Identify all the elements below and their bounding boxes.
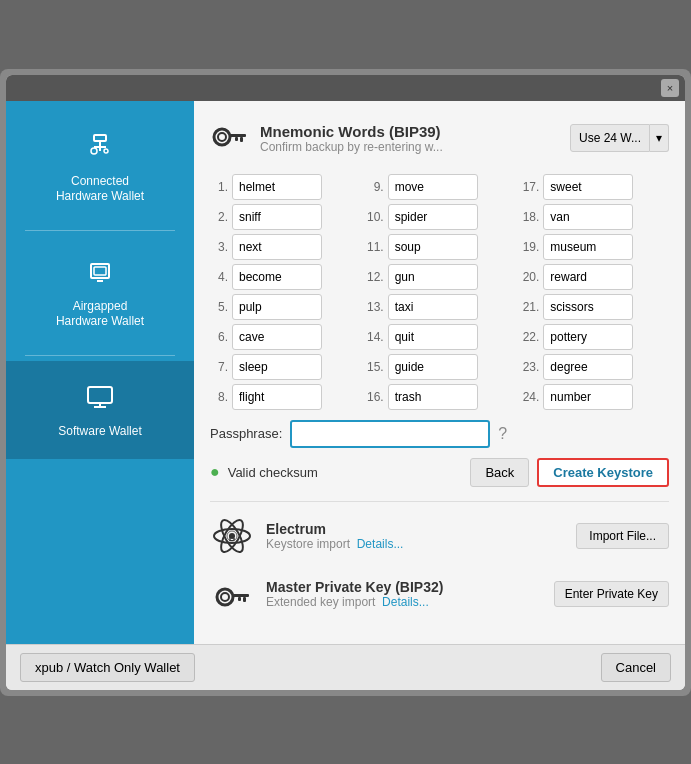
word-input-22[interactable] xyxy=(543,324,633,350)
word-input-2[interactable] xyxy=(232,204,322,230)
word-input-14[interactable] xyxy=(388,324,478,350)
word-number: 21. xyxy=(521,300,539,314)
word-input-15[interactable] xyxy=(388,354,478,380)
action-buttons: Back Create Keystore xyxy=(470,458,669,487)
modal-header: × xyxy=(6,75,685,101)
cancel-button[interactable]: Cancel xyxy=(601,653,671,682)
word-input-20[interactable] xyxy=(543,264,633,290)
airgap-icon xyxy=(84,256,116,293)
word-row: 2. xyxy=(210,204,358,230)
word-input-5[interactable] xyxy=(232,294,322,320)
use-24w-dropdown-button[interactable]: ▾ xyxy=(650,124,669,152)
word-row: 18. xyxy=(521,204,669,230)
checksum-text: Valid checksum xyxy=(228,465,318,480)
word-input-10[interactable] xyxy=(388,204,478,230)
word-row: 22. xyxy=(521,324,669,350)
word-row: 23. xyxy=(521,354,669,380)
electrum-item: B Electrum Keystore import Details... Im… xyxy=(210,514,669,558)
word-input-4[interactable] xyxy=(232,264,322,290)
word-input-23[interactable] xyxy=(543,354,633,380)
word-number: 18. xyxy=(521,210,539,224)
import-file-button[interactable]: Import File... xyxy=(576,523,669,549)
master-key-details-link[interactable]: Details... xyxy=(382,595,429,609)
xpub-button[interactable]: xpub / Watch Only Wallet xyxy=(20,653,195,682)
sidebar-item-airgapped[interactable]: AirgappedHardware Wallet xyxy=(6,236,194,350)
word-row: 21. xyxy=(521,294,669,320)
word-input-9[interactable] xyxy=(388,174,478,200)
word-number: 11. xyxy=(366,240,384,254)
svg-rect-7 xyxy=(97,280,103,282)
word-input-11[interactable] xyxy=(388,234,478,260)
electrum-section: B Electrum Keystore import Details... Im… xyxy=(210,501,669,616)
electrum-title: Electrum xyxy=(266,521,564,537)
mnemonic-title: Mnemonic Words (BIP39) xyxy=(260,123,443,140)
word-row: 11. xyxy=(366,234,514,260)
mnemonic-key-icon xyxy=(210,115,248,162)
close-button[interactable]: × xyxy=(661,79,679,97)
word-row: 9. xyxy=(366,174,514,200)
word-number: 6. xyxy=(210,330,228,344)
modal-footer: xpub / Watch Only Wallet Cancel xyxy=(6,644,685,690)
word-row: 15. xyxy=(366,354,514,380)
enter-private-key-button[interactable]: Enter Private Key xyxy=(554,581,669,607)
word-number: 16. xyxy=(366,390,384,404)
passphrase-row: Passphrase: ? xyxy=(210,420,669,448)
help-icon[interactable]: ? xyxy=(498,425,507,443)
svg-rect-13 xyxy=(230,134,246,137)
master-key-icon xyxy=(210,572,254,616)
word-input-6[interactable] xyxy=(232,324,322,350)
modal-body: ConnectedHardware Wallet AirgappedHardwa… xyxy=(6,101,685,644)
sidebar-divider-2 xyxy=(25,355,175,356)
word-input-8[interactable] xyxy=(232,384,322,410)
airgapped-wallet-label: AirgappedHardware Wallet xyxy=(56,299,144,330)
svg-rect-26 xyxy=(238,597,241,601)
word-row: 14. xyxy=(366,324,514,350)
sidebar-item-software[interactable]: Software Wallet xyxy=(6,361,194,460)
passphrase-input[interactable] xyxy=(290,420,490,448)
word-number: 4. xyxy=(210,270,228,284)
create-keystore-button[interactable]: Create Keystore xyxy=(537,458,669,487)
word-number: 9. xyxy=(366,180,384,194)
svg-rect-25 xyxy=(243,597,246,602)
passphrase-label: Passphrase: xyxy=(210,426,282,441)
word-input-16[interactable] xyxy=(388,384,478,410)
sidebar: ConnectedHardware Wallet AirgappedHardwa… xyxy=(6,101,194,644)
word-number: 7. xyxy=(210,360,228,374)
word-row: 6. xyxy=(210,324,358,350)
word-row: 4. xyxy=(210,264,358,290)
word-input-24[interactable] xyxy=(543,384,633,410)
word-input-7[interactable] xyxy=(232,354,322,380)
word-input-17[interactable] xyxy=(543,174,633,200)
sidebar-item-hardware[interactable]: ConnectedHardware Wallet xyxy=(6,111,194,225)
word-number: 2. xyxy=(210,210,228,224)
word-input-21[interactable] xyxy=(543,294,633,320)
word-input-18[interactable] xyxy=(543,204,633,230)
electrum-icon: B xyxy=(210,514,254,558)
word-row: 24. xyxy=(521,384,669,410)
word-input-13[interactable] xyxy=(388,294,478,320)
electrum-subtitle: Keystore import Details... xyxy=(266,537,564,551)
electrum-details-link[interactable]: Details... xyxy=(357,537,404,551)
word-number: 22. xyxy=(521,330,539,344)
use-24w-button[interactable]: Use 24 W... xyxy=(570,124,650,152)
word-number: 13. xyxy=(366,300,384,314)
word-number: 1. xyxy=(210,180,228,194)
word-row: 20. xyxy=(521,264,669,290)
word-row: 19. xyxy=(521,234,669,260)
svg-rect-15 xyxy=(235,137,238,141)
word-number: 5. xyxy=(210,300,228,314)
word-row: 7. xyxy=(210,354,358,380)
master-key-info: Master Private Key (BIP32) Extended key … xyxy=(266,579,542,609)
word-input-12[interactable] xyxy=(388,264,478,290)
word-input-1[interactable] xyxy=(232,174,322,200)
word-row: 3. xyxy=(210,234,358,260)
svg-text:B: B xyxy=(229,533,236,543)
svg-rect-14 xyxy=(240,137,243,142)
main-content: Mnemonic Words (BIP39) Confirm backup by… xyxy=(194,101,685,644)
master-key-item: Master Private Key (BIP32) Extended key … xyxy=(210,572,669,616)
word-number: 15. xyxy=(366,360,384,374)
word-input-3[interactable] xyxy=(232,234,322,260)
back-button[interactable]: Back xyxy=(470,458,529,487)
word-input-19[interactable] xyxy=(543,234,633,260)
svg-point-4 xyxy=(104,149,108,153)
